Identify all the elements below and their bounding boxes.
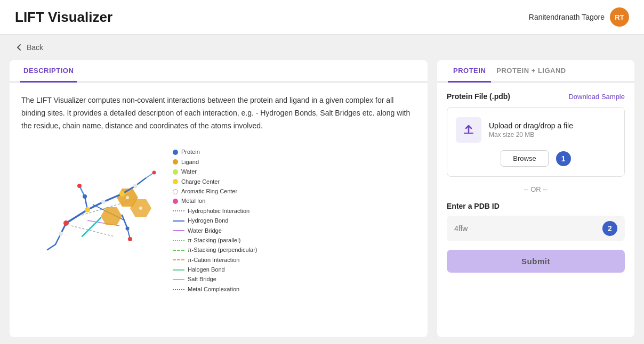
molecule-visualization [18,146,167,263]
legend-halogen-label: Halogen Bond [188,266,225,274]
legend-pi-cation-label: π-Cation Interaction [188,256,239,264]
upload-inner: Upload or drag/drop a file Max size 20 M… [456,117,616,143]
legend-pi-cation: π-Cation Interaction [173,256,257,264]
back-label: Back [27,43,43,52]
right-tabs: PROTEIN PROTEIN + LIGAND [437,60,634,83]
water-color-dot [173,169,178,175]
pi-perp-line [173,250,184,251]
tab-description[interactable]: DESCRIPTION [20,60,77,83]
hydrophobic-line [173,210,184,211]
legend-metal-complex: Metal Complexation [173,285,257,293]
svg-point-23 [63,220,69,226]
hbond-line [173,220,184,222]
upload-box[interactable]: Upload or drag/drop a file Max size 20 M… [447,107,625,177]
pdb-input-row: 2 [447,216,625,241]
charge-center-dot [173,179,178,184]
legend-charge-center: Charge Center [173,178,257,186]
submit-button[interactable]: Submit [447,250,625,273]
svg-point-32 [83,194,87,199]
svg-point-28 [119,191,125,196]
legend-salt-bridge: Salt Bridge [173,275,257,283]
legend-ligand-label: Ligand [181,158,199,166]
download-sample-link[interactable]: Download Sample [568,93,625,101]
user-info: Ranitendranath Tagore RT [529,7,629,27]
or-divider: -- OR -- [447,185,625,193]
step-badge-2: 2 [602,221,617,236]
avatar: RT [610,7,629,27]
ligand-color-dot [173,159,178,165]
svg-point-25 [128,237,132,241]
legend-hbond: Hydrogen Bond [173,217,257,225]
pi-parallel-line [173,240,184,241]
legend-pi-perp: π-Stacking (perpendicular) [173,246,257,254]
step-badge-1: 1 [556,151,571,166]
legend-protein: Protein [173,148,257,156]
right-panel: PROTEIN PROTEIN + LIGAND Protein File (.… [437,60,634,337]
legend-water: Water [173,168,257,176]
aromatic-dot [173,189,178,194]
upload-icon-box [456,117,481,143]
svg-point-29 [101,200,106,204]
legend-hbond-label: Hydrogen Bond [188,217,228,225]
upload-main-text: Upload or drag/drop a file [489,121,573,130]
svg-point-30 [59,232,63,236]
legend-salt-bridge-label: Salt Bridge [188,275,216,283]
browse-row: Browse 1 [456,150,616,167]
chevron-left-icon [15,43,23,52]
legend-water-bridge-label: Water Bridge [188,227,222,235]
legend-water-label: Water [181,168,197,176]
tab-protein[interactable]: PROTEIN [448,60,491,83]
svg-point-24 [77,184,82,188]
left-tabs: DESCRIPTION [10,60,428,83]
svg-point-33 [126,227,130,231]
salt-bridge-line [173,279,184,280]
upload-text-block: Upload or drag/drop a file Max size 20 M… [489,121,573,138]
left-panel: DESCRIPTION The LIFT Visualizer computes… [10,60,428,337]
molecule-area: Protein Ligand Water Charge Center Aroma… [10,141,428,304]
upload-icon [462,124,475,136]
legend-metal-ion: Metal Ion [173,197,257,205]
legend-aromatic: Aromatic Ring Center [173,187,257,195]
legend-metal-complex-label: Metal Complexation [188,285,239,293]
legend-protein-label: Protein [181,148,200,156]
svg-point-34 [126,196,129,199]
pdb-label: Enter a PDB ID [447,202,625,210]
protein-color-dot [173,150,178,155]
upload-sub-text: Max size 20 MB [489,131,573,138]
right-panel-body: Protein File (.pdb) Download Sample Uplo… [437,83,634,282]
legend-pi-parallel-label: π-Stacking (parallel) [188,236,240,244]
legend-metal-ion-label: Metal Ion [181,197,205,205]
app-title: LIFT Visualizer [15,9,112,26]
svg-point-27 [85,207,90,212]
description-text: The LIFT Visualizer computes non-covalen… [10,83,428,141]
legend-ligand: Ligand [173,158,257,166]
main-content: DESCRIPTION The LIFT Visualizer computes… [0,60,644,344]
back-button[interactable]: Back [0,35,644,60]
legend-halogen: Halogen Bond [173,266,257,274]
svg-point-35 [139,207,142,210]
svg-point-26 [152,171,156,175]
pi-cation-line [173,259,184,260]
legend-hydrophobic: Hydrophobic Interaction [173,207,257,215]
svg-point-31 [133,184,138,188]
legend-water-bridge: Water Bridge [173,227,257,235]
legend: Protein Ligand Water Charge Center Aroma… [173,146,257,295]
pdb-input[interactable] [454,224,597,233]
tab-protein-ligand[interactable]: PROTEIN + LIGAND [491,60,571,83]
browse-button[interactable]: Browse [501,150,548,167]
file-label-row: Protein File (.pdb) Download Sample [447,92,625,101]
legend-pi-parallel: π-Stacking (parallel) [173,236,257,244]
user-name: Ranitendranath Tagore [529,13,605,21]
legend-aromatic-label: Aromatic Ring Center [181,187,237,195]
water-bridge-line [173,230,184,231]
metal-ion-dot [173,199,178,204]
legend-hydrophobic-label: Hydrophobic Interaction [188,207,249,215]
legend-charge-center-label: Charge Center [181,178,220,186]
halogen-line [173,269,184,271]
header: LIFT Visualizer Ranitendranath Tagore RT [0,0,644,35]
metal-complex-line [173,289,184,290]
legend-pi-perp-label: π-Stacking (perpendicular) [188,246,257,254]
file-label: Protein File (.pdb) [447,92,510,101]
